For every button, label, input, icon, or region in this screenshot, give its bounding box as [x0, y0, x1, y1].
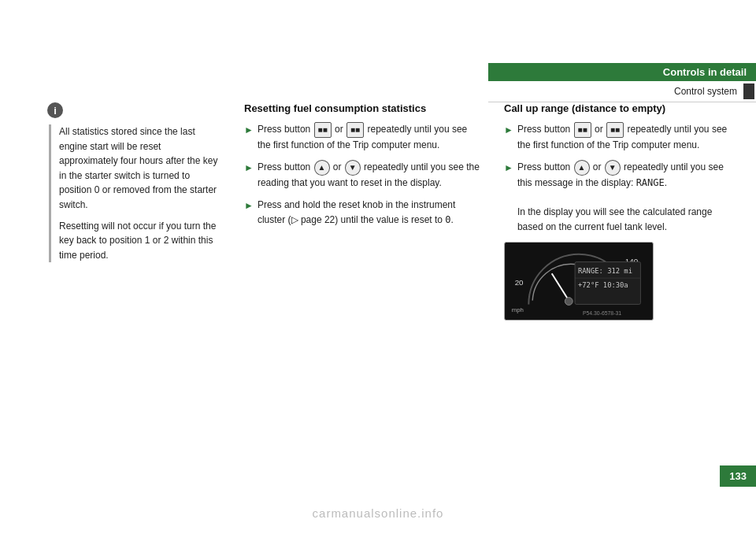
right-bullet-1: ► Press button ■■ or ■■ repeatedly until…	[504, 122, 740, 152]
left-bullet-2: ► Press button ▲ or ▼ repeatedly until y…	[244, 160, 480, 190]
right-column: Call up range (distance to empty) ► Pres…	[504, 102, 740, 321]
left-bullet-1: ► Press button ■■ or ■■ Press button or …	[244, 122, 480, 152]
right-bullet-text-1: Press button ■■ or ■■ repeatedly until y…	[517, 122, 740, 152]
header-bar: Controls in detail Control system	[488, 63, 756, 102]
right-bullet-2: ► Press button ▲ or ▼ repeatedly until y…	[504, 160, 740, 234]
svg-point-5	[565, 298, 573, 306]
info-box: i All statistics stored since the last e…	[47, 102, 220, 269]
left-column: Resetting fuel consumption statistics ► …	[244, 102, 480, 321]
right-section-title: Call up range (distance to empty)	[504, 102, 740, 114]
btn-icon-r1a: ■■	[574, 122, 591, 138]
svg-text:+72°F   10:30a: +72°F 10:30a	[578, 281, 628, 289]
page-number: 133	[720, 465, 756, 487]
svg-text:P54.30-6578-31: P54.30-6578-31	[583, 310, 621, 316]
controls-in-detail-label: Controls in detail	[488, 63, 756, 81]
gauge-svg: 20 140 160 mph RANGE: 312 mi +72°F 10:30…	[505, 243, 653, 320]
btn-icon-2a: ▲	[314, 160, 330, 176]
left-arrow-1: ►	[244, 123, 254, 152]
left-section-title: Resetting fuel consumption statistics	[244, 102, 480, 114]
left-bullet-3: ► Press and hold the reset knob in the i…	[244, 198, 480, 227]
control-system-label: Control system	[674, 86, 737, 97]
right-bullet-text-2: Press button ▲ or ▼ repeatedly until you…	[517, 160, 740, 234]
info-text-2: Resetting will not occur if you turn the…	[59, 219, 220, 263]
info-icon: i	[47, 102, 63, 118]
left-arrow-3: ►	[244, 198, 254, 227]
svg-text:mph: mph	[512, 306, 524, 313]
left-bullet-text-2: Press button ▲ or ▼ repeatedly until you…	[258, 160, 480, 190]
watermark: carmanualsonline.info	[313, 506, 444, 520]
btn-icon-r2b: ▼	[605, 160, 621, 176]
info-text-1: All statistics stored since the last eng…	[59, 124, 220, 213]
svg-text:RANGE:  312 mi: RANGE: 312 mi	[578, 267, 632, 275]
btn-icon-1a: ■■	[314, 122, 332, 138]
info-box-border: All statistics stored since the last eng…	[49, 124, 220, 262]
btn-icon-r1b: ■■	[606, 122, 624, 138]
control-system-block	[743, 83, 754, 99]
svg-text:20: 20	[515, 278, 524, 287]
right-arrow-2: ►	[504, 161, 513, 234]
control-system-bar: Control system	[488, 81, 756, 102]
btn-icon-r2a: ▲	[574, 160, 590, 176]
content-area: Resetting fuel consumption statistics ► …	[244, 102, 740, 321]
gauge-container: 20 140 160 mph RANGE: 312 mi +72°F 10:30…	[504, 242, 654, 321]
left-arrow-2: ►	[244, 161, 254, 190]
btn-icon-1b: ■■	[346, 122, 364, 138]
left-bullet-text-3: Press and hold the reset knob in the ins…	[258, 198, 480, 227]
btn-icon-2b: ▼	[345, 160, 361, 176]
left-bullet-text-1: Press button ■■ or ■■ Press button or re…	[258, 122, 480, 152]
right-arrow-1: ►	[504, 123, 513, 152]
